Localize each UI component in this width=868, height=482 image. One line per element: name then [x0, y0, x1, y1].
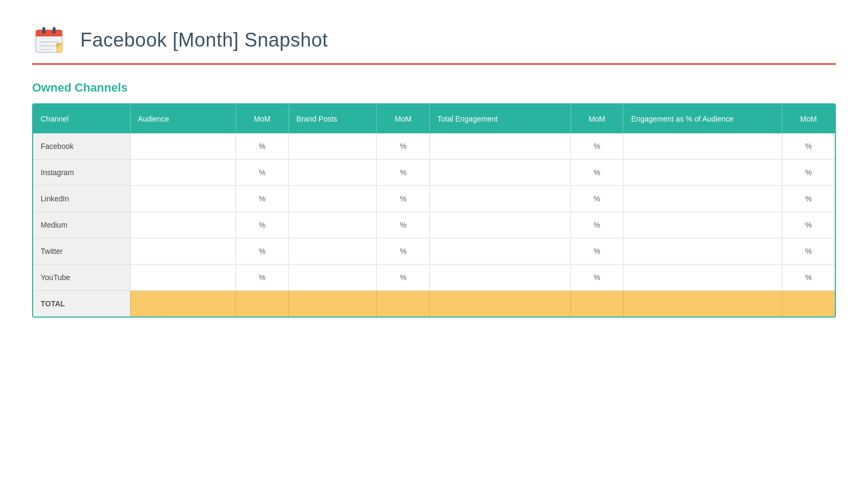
- header-engagement-pct: Engagement as % of Audience: [623, 104, 782, 133]
- header-audience: Audience: [130, 104, 236, 133]
- svg-rect-2: [36, 34, 62, 36]
- table-row: YouTube%%%%: [33, 265, 835, 291]
- table-row: Facebook%%%%: [33, 133, 835, 160]
- section-title: Owned Channels: [32, 81, 836, 95]
- table-header: Channel Audience MoM Brand Posts MoM Tot…: [33, 104, 835, 133]
- owned-channels-table: Channel Audience MoM Brand Posts MoM Tot…: [32, 103, 836, 318]
- calendar-icon: [32, 21, 70, 59]
- table-row: Medium%%%%: [33, 212, 835, 238]
- table-row: Instagram%%%%: [33, 160, 835, 186]
- header-channel: Channel: [33, 104, 130, 133]
- header-mom4: MoM: [782, 104, 835, 133]
- table-row: LinkedIn%%%%: [33, 186, 835, 212]
- header-total-engagement: Total Engagement: [430, 104, 570, 133]
- svg-rect-3: [42, 27, 45, 34]
- header-mom1: MoM: [236, 104, 289, 133]
- header-mom2: MoM: [377, 104, 430, 133]
- table-row: Twitter%%%%: [33, 238, 835, 265]
- header-brand-posts: Brand Posts: [288, 104, 377, 133]
- table-total-row: TOTAL: [33, 291, 835, 317]
- page-title: Facebook [Month] Snapshot: [80, 29, 328, 51]
- table-body: Facebook%%%%Instagram%%%%LinkedIn%%%%Med…: [33, 133, 835, 317]
- header-mom3: MoM: [570, 104, 623, 133]
- header-divider: [32, 63, 836, 65]
- svg-rect-4: [53, 27, 56, 34]
- page-header: Facebook [Month] Snapshot: [32, 21, 836, 59]
